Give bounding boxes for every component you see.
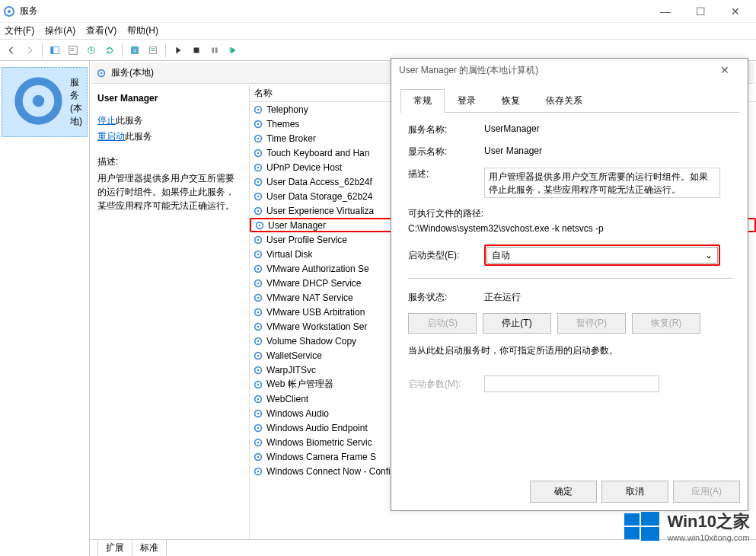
list-item-label: WebClient: [266, 394, 308, 404]
desc-label: 描述:: [97, 155, 241, 168]
svg-point-32: [257, 181, 260, 183]
back-button[interactable]: [3, 42, 20, 59]
pause-icon[interactable]: [206, 42, 223, 59]
list-item-label: Windows Biometric Servic: [266, 437, 372, 448]
start-button[interactable]: 启动(S): [408, 313, 477, 334]
menu-action[interactable]: 操作(A): [45, 24, 75, 37]
svg-rect-13: [194, 47, 199, 53]
list-icon[interactable]: [145, 42, 161, 59]
restart-link[interactable]: 重启动: [97, 131, 125, 142]
svcname-value: UserManager: [484, 123, 732, 134]
gear-icon: [253, 394, 263, 404]
resume-button[interactable]: 恢复(R): [632, 313, 700, 334]
gear-icon: [253, 235, 263, 245]
list-item-label: VMware USB Arbitration: [266, 307, 365, 318]
tab-standard[interactable]: 标准: [132, 539, 167, 556]
restart-icon[interactable]: [225, 42, 241, 59]
stop-link[interactable]: 停止: [97, 115, 116, 126]
help-icon[interactable]: ?: [126, 42, 143, 59]
list-item-label: Telephony: [266, 104, 308, 115]
tree-root[interactable]: 服务(本地): [2, 67, 88, 137]
properties-icon[interactable]: [65, 42, 81, 59]
list-item-label: User Experience Virtualiza: [266, 206, 374, 216]
svg-point-34: [257, 195, 260, 197]
maximize-button[interactable]: ☐: [683, 0, 718, 23]
svg-point-52: [257, 325, 260, 328]
dialog-close-button[interactable]: ✕: [710, 64, 740, 76]
gear-icon: [253, 350, 263, 361]
tab-recovery[interactable]: 恢复: [489, 89, 533, 112]
gear-icon: [253, 264, 263, 274]
cancel-button[interactable]: 取消: [601, 481, 668, 503]
gear-icon: [253, 321, 263, 332]
list-item-label: VMware Workstation Ser: [266, 321, 368, 332]
gear-icon: [253, 104, 263, 115]
restart-suffix: 此服务: [125, 131, 152, 142]
menu-help[interactable]: 帮助(H): [127, 24, 158, 37]
svg-point-68: [257, 441, 260, 443]
show-hide-icon[interactable]: [46, 42, 63, 59]
tab-general[interactable]: 常规: [400, 89, 445, 113]
close-button[interactable]: ✕: [718, 0, 753, 23]
stop-icon[interactable]: [188, 42, 205, 59]
list-item-label: Windows Audio Endpoint: [266, 423, 368, 433]
svg-point-46: [257, 282, 260, 284]
tab-extended[interactable]: 扩展: [97, 539, 132, 556]
apply-button[interactable]: 应用(A): [673, 481, 740, 503]
param-input[interactable]: [484, 375, 659, 392]
menu-bar: 文件(F) 操作(A) 查看(V) 帮助(H): [0, 23, 756, 40]
svg-rect-5: [71, 48, 74, 49]
tab-dependencies[interactable]: 依存关系: [533, 89, 595, 112]
menu-view[interactable]: 查看(V): [86, 24, 116, 37]
service-title: User Manager: [97, 93, 241, 104]
list-item-label: WarpJITSvc: [266, 365, 316, 375]
refresh-icon[interactable]: [101, 42, 118, 59]
gear-icon: [253, 336, 263, 347]
desc-text: 用户管理器提供多用户交互所需要的运行时组件。如果停止此服务，某些应用程序可能无法…: [97, 171, 241, 212]
window-title: 服务: [20, 5, 38, 18]
pause-button[interactable]: 暂停(P): [557, 313, 626, 334]
menu-file[interactable]: 文件(F): [5, 24, 34, 37]
svg-point-62: [257, 398, 260, 400]
list-item-label: VMware DHCP Service: [266, 278, 361, 289]
startup-select-highlight: 自动 ⌄: [484, 244, 720, 266]
svg-point-64: [257, 412, 260, 414]
windows-logo-icon: [623, 507, 661, 545]
svg-rect-77: [624, 527, 640, 539]
svg-point-28: [257, 152, 260, 154]
svcname-label: 服务名称:: [408, 123, 484, 136]
startup-select[interactable]: 自动 ⌄: [486, 247, 718, 264]
tree-root-label: 服务(本地): [70, 76, 82, 128]
svg-point-70: [257, 455, 260, 458]
gear-icon: [253, 119, 263, 129]
list-item-label: User Manager: [268, 220, 326, 231]
list-item-label: VMware NAT Service: [266, 292, 353, 303]
svg-point-60: [257, 383, 260, 385]
svg-point-24: [257, 123, 260, 125]
tree-pane: 服务(本地): [0, 61, 90, 556]
gear-icon: [96, 68, 107, 78]
export-icon[interactable]: [83, 42, 100, 59]
dialog-title-bar: User Manager 的属性(本地计算机) ✕: [391, 59, 748, 81]
stop-suffix: 此服务: [116, 115, 143, 126]
list-item-label: User Data Access_62b24f: [266, 177, 372, 187]
gear-icon: [253, 249, 263, 260]
svg-rect-75: [624, 513, 640, 526]
desc-textbox[interactable]: 用户管理器提供多用户交互所需要的运行时组件。如果停止此服务，某些应用程序可能无法…: [484, 168, 720, 198]
list-item-label: WalletService: [266, 350, 322, 361]
play-icon[interactable]: [170, 42, 187, 59]
svg-point-1: [8, 10, 11, 13]
dialog-title: User Manager 的属性(本地计算机): [399, 64, 538, 77]
forward-button[interactable]: [21, 42, 38, 59]
ok-button[interactable]: 确定: [530, 481, 597, 503]
stop-button[interactable]: 停止(T): [483, 313, 551, 334]
title-bar: 服务 — ☐ ✕: [0, 0, 756, 23]
list-item-label: User Data Storage_62b24: [266, 191, 372, 202]
watermark-url: www.win10xitong.com: [667, 533, 750, 542]
svg-point-38: [259, 224, 261, 226]
gear-icon: [253, 379, 263, 390]
minimize-button[interactable]: —: [648, 0, 683, 23]
tab-logon[interactable]: 登录: [445, 89, 489, 112]
svg-point-36: [257, 209, 260, 212]
gear-icon: [254, 220, 265, 231]
